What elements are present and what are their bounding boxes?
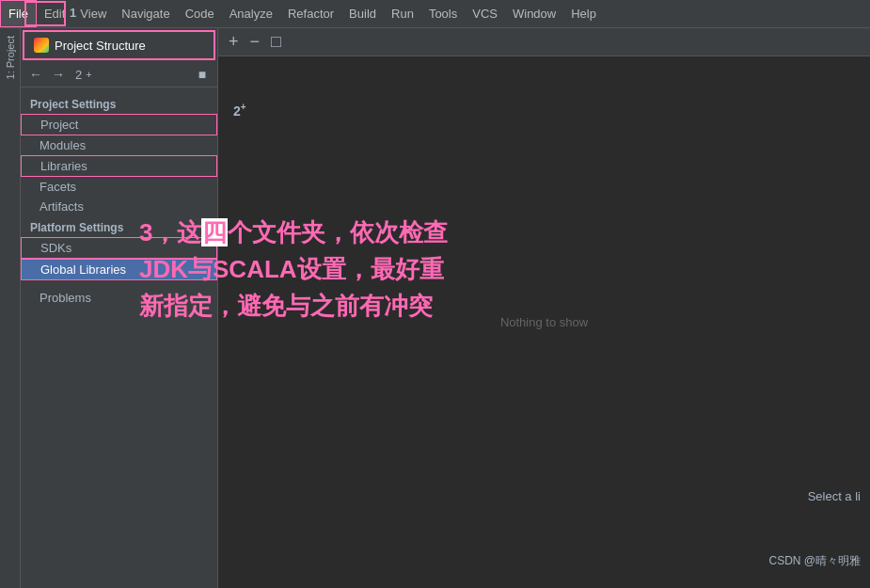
platform-settings-header: Platform Settings	[21, 216, 217, 237]
menu-vcs[interactable]: VCS	[465, 0, 505, 27]
panel-header: Project Structure	[23, 30, 215, 60]
menu-bar: File Edit View Navigate Code Analyze Ref…	[0, 0, 870, 28]
menu-help[interactable]: Help	[563, 0, 604, 27]
tree-item-artifacts[interactable]: Artifacts	[21, 197, 217, 216]
menu-window[interactable]: Window	[505, 0, 563, 27]
menu-navigate[interactable]: Navigate	[114, 0, 177, 27]
remove-icon[interactable]: −	[247, 32, 263, 52]
add-icon[interactable]: +	[226, 32, 242, 52]
main-layout: 1: Project Project Structure ← → 2 + ■ P…	[0, 28, 870, 588]
tree-item-problems[interactable]: Problems	[21, 288, 217, 308]
facets-label: Facets	[40, 180, 76, 194]
tree-item-modules[interactable]: Modules	[21, 135, 217, 155]
menu-refactor[interactable]: Refactor	[280, 0, 341, 27]
content-body: Nothing to show	[218, 56, 870, 588]
menu-run[interactable]: Run	[384, 0, 421, 27]
tree-item-project[interactable]: Project	[21, 114, 217, 135]
artifacts-label: Artifacts	[40, 199, 84, 214]
project-tab-label[interactable]: 1: Project	[3, 28, 18, 87]
nothing-to-show-label: Nothing to show	[500, 315, 588, 329]
sidebar-toolbar: ← → 2 + ■	[21, 62, 217, 87]
menu-file[interactable]: File	[0, 0, 37, 27]
menu-tools[interactable]: Tools	[421, 0, 465, 27]
select-library-text: Select a li	[808, 489, 861, 503]
content-toolbar: + − □	[218, 28, 870, 56]
csdn-watermark: CSDN @晴々明雅	[768, 553, 861, 569]
tree-item-libraries[interactable]: Libraries	[21, 155, 217, 177]
menu-view[interactable]: View	[72, 0, 114, 27]
libraries-label: Libraries	[40, 159, 87, 173]
menu-code[interactable]: Code	[178, 0, 222, 27]
panel-title: Project Structure	[55, 39, 146, 53]
tree-item-global-libraries[interactable]: Global Libraries	[21, 259, 217, 280]
duplicate-icon[interactable]: □	[268, 32, 284, 52]
copy-button[interactable]: ■	[193, 65, 212, 84]
sdks-label: SDKs	[40, 241, 71, 255]
menu-edit[interactable]: Edit	[37, 0, 72, 27]
menu-analyze[interactable]: Analyze	[222, 0, 280, 27]
forward-button[interactable]: →	[49, 65, 68, 84]
tree-content: Project Settings Project Modules Librari…	[21, 87, 217, 588]
intellij-icon	[34, 38, 49, 53]
menu-build[interactable]: Build	[341, 0, 384, 27]
tree-item-sdks[interactable]: SDKs	[21, 237, 217, 259]
modules-label: Modules	[40, 138, 86, 152]
project-label: Project	[40, 118, 78, 132]
main-content-area: + − □ Nothing to show Select a li CSDN @…	[218, 28, 870, 588]
toolbar-plus: +	[86, 69, 91, 80]
vertical-tab-strip: 1: Project	[0, 28, 21, 588]
sidebar-panel: Project Structure ← → 2 + ■ Project Sett…	[21, 28, 218, 588]
back-button[interactable]: ←	[26, 65, 45, 84]
project-settings-header: Project Settings	[21, 93, 217, 114]
tree-item-facets[interactable]: Facets	[21, 177, 217, 197]
toolbar-number: 2	[75, 68, 82, 82]
global-libraries-label: Global Libraries	[40, 262, 126, 277]
